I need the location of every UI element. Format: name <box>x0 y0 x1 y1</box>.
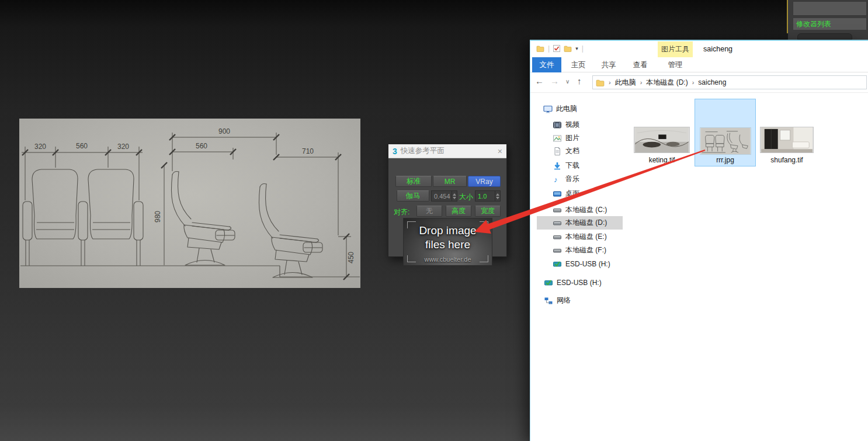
sidebar-item-downloads[interactable]: 下载 <box>530 159 623 172</box>
desktop-icon <box>553 189 562 199</box>
dim-450: 450 <box>347 252 355 263</box>
usb-drive-icon <box>553 259 562 269</box>
properties-check-icon[interactable] <box>553 45 560 52</box>
sidebar-item-esd-usb[interactable]: ESD-USB (H:) <box>530 257 623 270</box>
tab-home[interactable]: 主页 <box>565 57 591 72</box>
tab-view[interactable]: 查看 <box>627 57 653 72</box>
sidebar-item-disk-d[interactable]: 本地磁盘 (D:) <box>537 216 623 230</box>
breadcrumb-this-pc[interactable]: 此电脑 <box>615 78 636 88</box>
forward-icon[interactable]: → <box>550 76 559 86</box>
sidebar-item-network[interactable]: 网络 <box>530 294 623 307</box>
new-folder-icon[interactable] <box>564 45 572 52</box>
sidebar-item-music[interactable]: ♪ 音乐 <box>530 172 623 186</box>
close-icon[interactable]: × <box>498 147 502 155</box>
dialog-titlebar[interactable]: 3 快速参考平面 × <box>388 144 506 158</box>
sidebar-item-pictures[interactable]: 图片 <box>530 131 623 145</box>
separator: | <box>582 44 584 53</box>
file-label-rrr[interactable]: rrr.jpg <box>695 156 755 165</box>
breadcrumb-saicheng[interactable]: saicheng <box>698 78 726 86</box>
shufang-preview <box>761 127 813 152</box>
folder-icon[interactable] <box>536 45 544 52</box>
max-command-panel: 修改器列表 <box>783 0 868 40</box>
file-thumbnail-rrr[interactable] <box>700 127 751 155</box>
dim-900: 900 <box>218 127 230 136</box>
renderer-vray-button[interactable]: VRay <box>468 176 501 187</box>
sidebar-item-disk-f[interactable]: 本地磁盘 (F:) <box>530 244 623 257</box>
ribbon-tabs: 文件 主页 共享 查看 管理 <box>530 57 868 72</box>
tab-file[interactable]: 文件 <box>532 57 561 72</box>
back-icon[interactable]: ← <box>535 76 544 86</box>
dim-980: 980 <box>154 211 162 223</box>
gamma-spinner[interactable]: 0.454 <box>431 190 457 202</box>
pictures-icon <box>553 134 562 143</box>
disk-icon <box>553 246 562 255</box>
disk-icon <box>553 218 562 228</box>
panel-border-line <box>787 0 788 33</box>
dialog-title: 快速参考平面 <box>401 146 494 156</box>
modifier-list-dropdown[interactable]: 修改器列表 <box>793 18 867 30</box>
align-height-button[interactable]: 高度 <box>446 206 471 217</box>
network-icon <box>544 296 553 305</box>
spinner-arrows-icon[interactable] <box>452 191 457 201</box>
max-logo-icon: 3 <box>393 147 397 156</box>
sidebar-item-disk-c[interactable]: 本地磁盘 (C:) <box>530 203 623 217</box>
reference-drawing-photo: 320 560 320 900 560 710 980 450 <box>19 119 360 288</box>
drop-zone-url: www.cbuelter.de <box>404 256 492 263</box>
sidebar-item-this-pc[interactable]: 此电脑 <box>530 102 623 116</box>
sidebar-item-disk-e[interactable]: 本地磁盘 (E:) <box>530 230 623 244</box>
dim-320-left: 320 <box>34 143 46 151</box>
spinner-arrows-icon[interactable] <box>495 191 500 201</box>
this-pc-icon <box>543 105 553 114</box>
file-selected-rrr[interactable]: rrr.jpg <box>695 99 756 166</box>
gamma-value: 0.454 <box>434 193 452 200</box>
size-spinner[interactable]: 1.0 <box>475 190 501 202</box>
file-thumbnail-shufang[interactable] <box>760 127 814 153</box>
tab-share[interactable]: 共享 <box>596 57 622 72</box>
explorer-titlebar[interactable]: | ▾ | 图片工具 saicheng <box>530 41 868 57</box>
sidebar-item-videos[interactable]: 视频 <box>530 118 623 131</box>
file-label-keting[interactable]: keting.tif <box>634 156 690 165</box>
size-label: 大小 <box>459 192 473 202</box>
align-width-button[interactable]: 宽度 <box>475 206 501 217</box>
drop-zone-text: Drop image files here <box>404 224 492 252</box>
videos-icon <box>553 120 562 130</box>
tab-manage[interactable]: 管理 <box>662 57 688 72</box>
usb-drive-icon <box>544 278 553 287</box>
explorer-window: | ▾ | 图片工具 saicheng 文件 主页 共享 查看 管理 ← → ∨… <box>530 40 868 441</box>
rollout-header-stub[interactable] <box>797 33 852 40</box>
gamma-button[interactable]: 伽马 <box>397 190 429 202</box>
address-bar-row: ← → ∨ ↑ › 此电脑 › 本地磁盘 (D:) › saicheng <box>530 72 868 93</box>
separator: | <box>548 44 550 53</box>
music-icon: ♪ <box>553 175 562 184</box>
align-none-button[interactable]: 无 <box>416 206 442 217</box>
crumb-separator-icon: › <box>640 79 643 86</box>
qat-dropdown-icon[interactable]: ▾ <box>575 46 578 51</box>
address-box[interactable]: › 此电脑 › 本地磁盘 (D:) › saicheng <box>592 75 867 89</box>
downloads-icon <box>553 161 562 171</box>
renderer-mr-button[interactable]: MR <box>433 176 467 187</box>
object-name-field[interactable] <box>793 1 867 16</box>
svg-text:♪: ♪ <box>554 175 558 184</box>
folder-icon <box>596 79 605 86</box>
dim-710: 710 <box>302 147 314 155</box>
crumb-separator-icon: › <box>692 79 695 86</box>
sidebar-item-documents[interactable]: 文档 <box>530 144 623 158</box>
align-label: 对齐: <box>394 207 409 217</box>
quick-reference-plane-dialog: 3 快速参考平面 × 标准 MR VRay 伽马 0.454 大小 1.0 对齐… <box>388 144 507 257</box>
documents-icon <box>553 147 562 156</box>
disk-icon <box>553 232 562 242</box>
keting-preview <box>634 127 689 152</box>
file-label-shufang[interactable]: shufang.tif <box>760 156 814 165</box>
picture-tools-tab[interactable]: 图片工具 <box>658 41 693 57</box>
file-thumbnail-keting[interactable] <box>634 127 690 153</box>
dim-560-front: 560 <box>76 142 88 150</box>
sidebar-item-desktop[interactable]: 桌面 <box>530 187 623 200</box>
breadcrumb-drive-d[interactable]: 本地磁盘 (D:) <box>646 78 688 88</box>
sidebar-item-esd-usb-root[interactable]: ESD-USB (H:) <box>530 276 623 289</box>
size-value: 1.0 <box>478 193 495 200</box>
up-icon[interactable]: ↑ <box>577 76 582 86</box>
history-dropdown-icon[interactable]: ∨ <box>565 78 570 85</box>
dim-560-side: 560 <box>196 142 207 150</box>
renderer-standard-button[interactable]: 标准 <box>395 176 432 187</box>
drop-image-zone[interactable]: Drop image files here www.cbuelter.de <box>403 218 492 266</box>
